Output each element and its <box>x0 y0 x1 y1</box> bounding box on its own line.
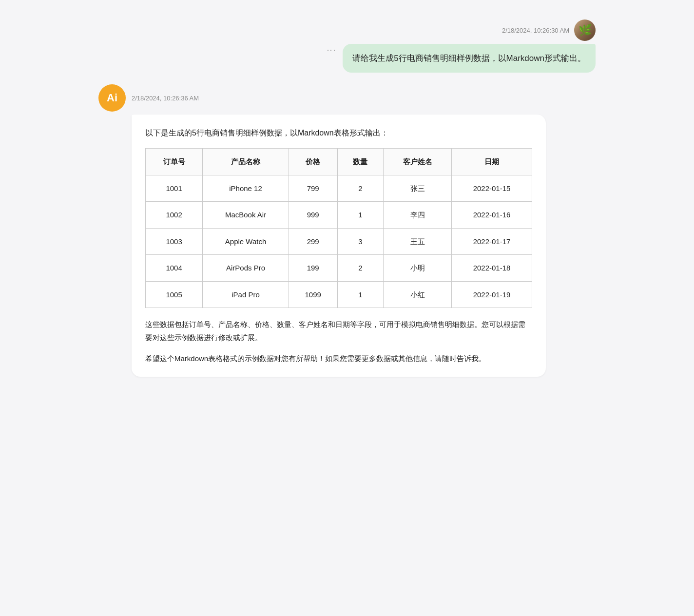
table-row: 1004AirPods Pro1992小明2022-01-18 <box>146 255 532 282</box>
ai-timestamp: 2/18/2024, 10:26:36 AM <box>132 95 199 102</box>
user-message-row: ⋮ 请给我生成5行电商销售明细样例数据，以Markdown形式输出。 <box>326 44 596 73</box>
table-cell: 1004 <box>146 255 203 282</box>
table-cell: 1099 <box>289 281 337 308</box>
table-cell: 199 <box>289 255 337 282</box>
table-cell: 999 <box>289 202 337 229</box>
ai-avatar-label: Ai <box>107 92 117 104</box>
table-head: 订单号产品名称价格数量客户姓名日期 <box>146 149 532 175</box>
table-cell: 2022-01-18 <box>452 255 532 282</box>
table-cell: iPhone 12 <box>203 175 289 202</box>
table-cell: 3 <box>337 228 384 255</box>
table-header-cell: 日期 <box>452 149 532 175</box>
table-cell: MacBook Air <box>203 202 289 229</box>
table-row: 1001iPhone 127992张三2022-01-15 <box>146 175 532 202</box>
table-cell: 1 <box>337 202 384 229</box>
footer-paragraph-1: 这些数据包括订单号、产品名称、价格、数量、客户姓名和日期等字段，可用于模拟电商销… <box>145 318 532 344</box>
options-icon[interactable]: ⋮ <box>326 46 337 54</box>
table-row: 1005iPad Pro10991小红2022-01-19 <box>146 281 532 308</box>
table-cell: 799 <box>289 175 337 202</box>
table-header-cell: 订单号 <box>146 149 203 175</box>
table-cell: 1002 <box>146 202 203 229</box>
user-timestamp: 2/18/2024, 10:26:30 AM <box>502 27 569 34</box>
ai-avatar: Ai <box>98 84 126 112</box>
table-header-cell: 数量 <box>337 149 384 175</box>
user-message-wrapper: 2/18/2024, 10:26:30 AM ⋮ 请给我生成5行电商销售明细样例… <box>98 19 596 73</box>
table-cell: 1 <box>337 281 384 308</box>
ai-message-wrapper: Ai 2/18/2024, 10:26:36 AM 以下是生成的5行电商销售明细… <box>98 84 596 377</box>
table-header-cell: 产品名称 <box>203 149 289 175</box>
table-row: 1003Apple Watch2993王五2022-01-17 <box>146 228 532 255</box>
table-header-row: 订单号产品名称价格数量客户姓名日期 <box>146 149 532 175</box>
table-cell: Apple Watch <box>203 228 289 255</box>
ai-header: Ai 2/18/2024, 10:26:36 AM <box>98 84 199 112</box>
table-cell: 2 <box>337 255 384 282</box>
table-cell: 小红 <box>384 281 452 308</box>
table-cell: 299 <box>289 228 337 255</box>
table-cell: 1005 <box>146 281 203 308</box>
table-cell: iPad Pro <box>203 281 289 308</box>
message-options: ⋮ <box>326 44 337 54</box>
table-cell: 张三 <box>384 175 452 202</box>
table-cell: 2022-01-15 <box>452 175 532 202</box>
table-cell: 王五 <box>384 228 452 255</box>
table-cell: 2022-01-19 <box>452 281 532 308</box>
table-body: 1001iPhone 127992张三2022-01-151002MacBook… <box>146 175 532 308</box>
footer-paragraph-2: 希望这个Markdown表格格式的示例数据对您有所帮助！如果您需要更多数据或其他… <box>145 352 532 365</box>
user-message-text: 请给我生成5行电商销售明细样例数据，以Markdown形式输出。 <box>352 54 586 63</box>
table-cell: 1003 <box>146 228 203 255</box>
table-header-cell: 价格 <box>289 149 337 175</box>
table-cell: 2022-01-16 <box>452 202 532 229</box>
user-timestamp-row: 2/18/2024, 10:26:30 AM <box>502 19 596 41</box>
table-cell: 2022-01-17 <box>452 228 532 255</box>
table-cell: AirPods Pro <box>203 255 289 282</box>
table-cell: 1001 <box>146 175 203 202</box>
ai-footer: 这些数据包括订单号、产品名称、价格、数量、客户姓名和日期等字段，可用于模拟电商销… <box>145 318 532 365</box>
user-bubble: 请给我生成5行电商销售明细样例数据，以Markdown形式输出。 <box>343 44 596 73</box>
table-cell: 李四 <box>384 202 452 229</box>
data-table: 订单号产品名称价格数量客户姓名日期 1001iPhone 127992张三202… <box>145 148 532 308</box>
table-cell: 小明 <box>384 255 452 282</box>
table-row: 1002MacBook Air9991李四2022-01-16 <box>146 202 532 229</box>
table-header-cell: 客户姓名 <box>384 149 452 175</box>
user-avatar <box>574 19 596 41</box>
table-cell: 2 <box>337 175 384 202</box>
ai-bubble: 以下是生成的5行电商销售明细样例数据，以Markdown表格形式输出： 订单号产… <box>132 115 546 377</box>
ai-intro-text: 以下是生成的5行电商销售明细样例数据，以Markdown表格形式输出： <box>145 126 532 139</box>
